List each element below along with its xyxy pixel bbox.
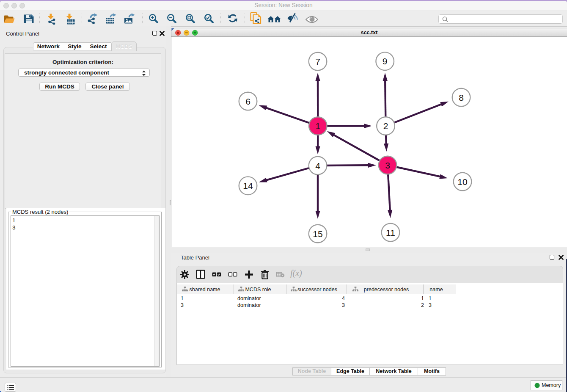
svg-text:4: 4 [315,161,320,171]
svg-text:6: 6 [245,97,250,106]
svg-text:3: 3 [385,160,390,170]
svg-text:9: 9 [383,56,388,66]
svg-text:8: 8 [459,93,464,102]
svg-text:1: 1 [315,121,320,131]
svg-text:2: 2 [383,121,388,131]
svg-text:10: 10 [457,177,467,187]
svg-text:11: 11 [386,228,395,237]
svg-text:15: 15 [313,229,322,239]
svg-text:7: 7 [315,57,320,66]
svg-text:14: 14 [243,181,253,190]
